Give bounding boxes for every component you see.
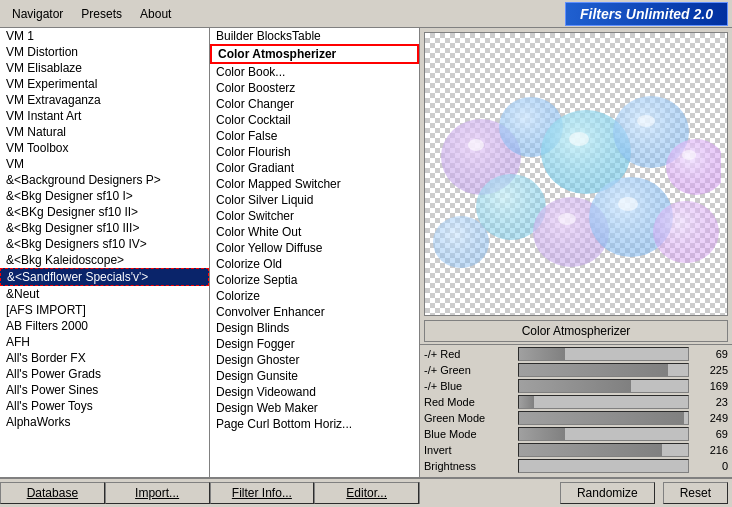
- left-panel-item[interactable]: [AFS IMPORT]: [0, 302, 209, 318]
- middle-panel-item[interactable]: Color Switcher: [210, 208, 419, 224]
- middle-panel-item[interactable]: Color Changer: [210, 96, 419, 112]
- middle-panel: Builder BlocksTableColor AtmospherizerCo…: [210, 28, 420, 477]
- slider-track[interactable]: [518, 347, 689, 361]
- filter-info-button[interactable]: Filter Info...: [210, 482, 315, 504]
- middle-panel-item[interactable]: Colorize: [210, 288, 419, 304]
- slider-fill: [519, 444, 662, 456]
- middle-panel-item[interactable]: Design Blinds: [210, 320, 419, 336]
- middle-panel-item[interactable]: Design Videowand: [210, 384, 419, 400]
- slider-track[interactable]: [518, 427, 689, 441]
- svg-point-11: [569, 132, 589, 146]
- menu-presets[interactable]: Presets: [73, 5, 130, 23]
- slider-value: 169: [693, 380, 728, 392]
- left-panel-item[interactable]: AB Filters 2000: [0, 318, 209, 334]
- bottom-left-buttons: DatabaseImport...Filter Info...Editor...: [0, 482, 420, 504]
- left-panel-item[interactable]: &<Bkg Designer sf10 III>: [0, 220, 209, 236]
- middle-panel-item[interactable]: Color Book...: [210, 64, 419, 80]
- import-button[interactable]: Import...: [105, 482, 210, 504]
- main-area: VM 1VM DistortionVM ElisablazeVM Experim…: [0, 28, 732, 477]
- middle-panel-item[interactable]: Color Flourish: [210, 144, 419, 160]
- navigator-list: VM 1VM DistortionVM ElisablazeVM Experim…: [0, 28, 209, 430]
- slider-row: Brightness0: [424, 459, 728, 473]
- left-panel-item[interactable]: VM Elisablaze: [0, 60, 209, 76]
- middle-panel-item[interactable]: Convolver Enhancer: [210, 304, 419, 320]
- middle-panel-item[interactable]: Color Yellow Diffuse: [210, 240, 419, 256]
- slider-value: 23: [693, 396, 728, 408]
- preview-area: [424, 32, 728, 316]
- preview-svg: [431, 77, 721, 272]
- slider-track[interactable]: [518, 443, 689, 457]
- database-button[interactable]: Database: [0, 482, 105, 504]
- menu-navigator[interactable]: Navigator: [4, 5, 71, 23]
- slider-label: Brightness: [424, 460, 514, 472]
- middle-panel-item[interactable]: Colorize Old: [210, 256, 419, 272]
- menu-about[interactable]: About: [132, 5, 179, 23]
- left-panel-item[interactable]: All's Power Sines: [0, 382, 209, 398]
- slider-row: -/+ Blue169: [424, 379, 728, 393]
- middle-panel-item[interactable]: Color Boosterz: [210, 80, 419, 96]
- slider-label: Red Mode: [424, 396, 514, 408]
- middle-panel-item[interactable]: Color Gradiant: [210, 160, 419, 176]
- slider-value: 225: [693, 364, 728, 376]
- menu-bar: Navigator Presets About Filters Unlimite…: [0, 0, 732, 28]
- middle-panel-item[interactable]: Colorize Septia: [210, 272, 419, 288]
- filter-list: Builder BlocksTableColor AtmospherizerCo…: [210, 28, 419, 432]
- slider-track[interactable]: [518, 459, 689, 473]
- middle-panel-item[interactable]: Builder BlocksTable: [210, 28, 419, 44]
- app-title: Filters Unlimited 2.0: [565, 2, 728, 26]
- left-panel-item[interactable]: &<Background Designers P>: [0, 172, 209, 188]
- randomize-button[interactable]: Randomize: [560, 482, 655, 504]
- middle-panel-item[interactable]: Color False: [210, 128, 419, 144]
- middle-panel-item[interactable]: Color Atmospherizer: [210, 44, 419, 64]
- svg-point-10: [468, 139, 484, 151]
- right-panel: Color Atmospherizer -/+ Red69-/+ Green22…: [420, 28, 732, 477]
- left-panel-item[interactable]: VM Experimental: [0, 76, 209, 92]
- left-panel-item[interactable]: VM Toolbox: [0, 140, 209, 156]
- left-panel-item[interactable]: &<BKg Designer sf10 II>: [0, 204, 209, 220]
- middle-panel-item[interactable]: Design Ghoster: [210, 352, 419, 368]
- left-panel-item[interactable]: VM 1: [0, 28, 209, 44]
- left-panel-item[interactable]: VM Extravaganza: [0, 92, 209, 108]
- svg-point-14: [558, 213, 576, 225]
- left-panel-item[interactable]: &<Bkg Kaleidoscope>: [0, 252, 209, 268]
- left-panel-item[interactable]: &<Bkg Designer sf10 I>: [0, 188, 209, 204]
- middle-panel-item[interactable]: Color Silver Liquid: [210, 192, 419, 208]
- middle-panel-item[interactable]: Design Gunsite: [210, 368, 419, 384]
- middle-panel-item[interactable]: Design Web Maker: [210, 400, 419, 416]
- left-panel-item[interactable]: AlphaWorks: [0, 414, 209, 430]
- left-panel-item[interactable]: All's Power Toys: [0, 398, 209, 414]
- left-panel-item[interactable]: VM Instant Art: [0, 108, 209, 124]
- slider-row: Green Mode249: [424, 411, 728, 425]
- slider-track[interactable]: [518, 411, 689, 425]
- slider-fill: [519, 348, 565, 360]
- middle-panel-item[interactable]: Color Cocktail: [210, 112, 419, 128]
- reset-button[interactable]: Reset: [663, 482, 728, 504]
- slider-track[interactable]: [518, 363, 689, 377]
- slider-track[interactable]: [518, 395, 689, 409]
- left-panel-item[interactable]: &Neut: [0, 286, 209, 302]
- middle-panel-item[interactable]: Page Curl Bottom Horiz...: [210, 416, 419, 432]
- left-panel-item[interactable]: VM Natural: [0, 124, 209, 140]
- slider-row: Blue Mode69: [424, 427, 728, 441]
- left-panel-item[interactable]: VM: [0, 156, 209, 172]
- bottom-bar: DatabaseImport...Filter Info...Editor...…: [0, 477, 732, 507]
- slider-fill: [519, 412, 684, 424]
- slider-label: Green Mode: [424, 412, 514, 424]
- slider-row: -/+ Green225: [424, 363, 728, 377]
- left-panel-item[interactable]: All's Power Grads: [0, 366, 209, 382]
- svg-point-15: [618, 197, 638, 211]
- menu-items: Navigator Presets About: [4, 5, 179, 23]
- middle-panel-item[interactable]: Color White Out: [210, 224, 419, 240]
- slider-fill: [519, 364, 668, 376]
- left-panel-item[interactable]: AFH: [0, 334, 209, 350]
- left-panel-item[interactable]: &<Sandflower Specials'v'>: [0, 268, 209, 286]
- left-panel-item[interactable]: VM Distortion: [0, 44, 209, 60]
- editor-button[interactable]: Editor...: [314, 482, 419, 504]
- svg-point-9: [433, 216, 489, 268]
- slider-value: 69: [693, 348, 728, 360]
- middle-panel-item[interactable]: Color Mapped Switcher: [210, 176, 419, 192]
- middle-panel-item[interactable]: Design Fogger: [210, 336, 419, 352]
- left-panel-item[interactable]: All's Border FX: [0, 350, 209, 366]
- slider-track[interactable]: [518, 379, 689, 393]
- left-panel-item[interactable]: &<Bkg Designers sf10 IV>: [0, 236, 209, 252]
